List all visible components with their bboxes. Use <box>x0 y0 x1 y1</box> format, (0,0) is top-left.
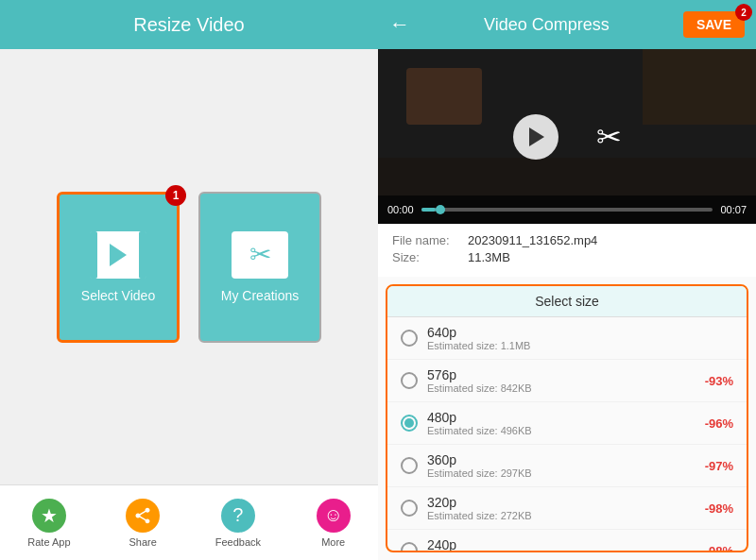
nav-more[interactable]: ☺ More <box>317 499 351 548</box>
file-name-row: File name: 20230911_131652.mp4 <box>392 233 742 247</box>
file-size-value: 11.3MB <box>468 250 510 264</box>
radio-640p <box>401 330 418 347</box>
play-button[interactable] <box>513 114 558 160</box>
radio-576p <box>401 372 418 389</box>
nav-feedback[interactable]: ? Feedback <box>215 499 261 548</box>
size-info-576p: 576pEstimated size: 842KB <box>427 367 705 394</box>
right-panel: ← Video Compress SAVE 2 ✂ 00:00 00:07 <box>378 0 756 560</box>
size-percent-320p: -98% <box>705 501 733 516</box>
progress-bar[interactable] <box>421 208 713 212</box>
size-name-576p: 576p <box>427 367 705 382</box>
feedback-icon: ? <box>221 499 255 533</box>
size-percent-360p: -97% <box>705 459 733 473</box>
size-options-list: 640pEstimated size: 1.1MB576pEstimated s… <box>387 317 747 552</box>
file-name-label: File name: <box>392 233 468 247</box>
left-content: 1 Select Video ✂ My Creations <box>0 49 378 484</box>
size-percent-480p: -96% <box>705 416 733 431</box>
file-size-row: Size: 11.3MB <box>392 250 742 264</box>
film-icon <box>90 231 146 279</box>
bottom-nav: ★ Rate App Share ? Feedback ☺ More <box>0 484 378 560</box>
size-est-360p: Estimated size: 297KB <box>427 467 705 479</box>
rate-app-icon: ★ <box>32 499 66 533</box>
size-info-640p: 640pEstimated size: 1.1MB <box>427 325 733 351</box>
more-label: More <box>321 536 345 548</box>
size-name-360p: 360p <box>427 452 705 467</box>
radio-240p <box>401 542 418 552</box>
nav-rate-app[interactable]: ★ Rate App <box>27 499 70 548</box>
video-timeline: 00:00 00:07 <box>378 195 756 224</box>
file-size-label: Size: <box>392 250 468 264</box>
size-name-640p: 640p <box>427 325 733 340</box>
video-preview: ✂ 00:00 00:07 <box>378 49 756 224</box>
select-size-panel: Select size 640pEstimated size: 1.1MB576… <box>386 284 748 552</box>
nav-share[interactable]: Share <box>126 499 160 548</box>
size-name-480p: 480p <box>427 410 705 425</box>
save-button[interactable]: SAVE 2 <box>683 11 745 38</box>
size-option-360p[interactable]: 360pEstimated size: 297KB-97% <box>387 445 747 487</box>
scissors-icon[interactable]: ✂ <box>596 119 622 155</box>
progress-dot <box>436 205 445 214</box>
file-name-value: 20230911_131652.mp4 <box>468 233 597 247</box>
size-option-576p[interactable]: 576pEstimated size: 842KB-93% <box>387 360 747 402</box>
my-creations-card[interactable]: ✂ My Creations <box>198 192 321 343</box>
size-info-240p: 240pEstimated size: 247KB <box>427 537 705 552</box>
select-size-header: Select size <box>387 286 747 317</box>
select-video-label: Select Video <box>81 288 155 303</box>
play-icon <box>529 127 544 146</box>
share-icon <box>126 499 160 533</box>
left-header: Resize Video <box>0 0 378 49</box>
file-info: File name: 20230911_131652.mp4 Size: 11.… <box>378 224 756 277</box>
size-name-320p: 320p <box>427 495 705 510</box>
progress-fill <box>421 208 436 212</box>
size-est-480p: Estimated size: 496KB <box>427 425 705 436</box>
my-creations-label: My Creations <box>221 288 299 303</box>
time-end: 00:07 <box>720 204 747 215</box>
size-est-320p: Estimated size: 272KB <box>427 510 705 521</box>
feedback-label: Feedback <box>215 536 261 548</box>
size-option-480p[interactable]: 480pEstimated size: 496KB-96% <box>387 402 747 445</box>
time-start: 00:00 <box>387 204 414 215</box>
size-option-240p[interactable]: 240pEstimated size: 247KB-98% <box>387 530 747 552</box>
select-video-badge: 1 <box>165 185 186 206</box>
radio-360p <box>401 457 418 474</box>
size-est-576p: Estimated size: 842KB <box>427 382 705 394</box>
size-name-240p: 240p <box>427 537 705 552</box>
share-label: Share <box>129 536 156 548</box>
select-video-card[interactable]: 1 Select Video <box>57 192 180 343</box>
back-button[interactable]: ← <box>389 12 410 37</box>
size-option-640p[interactable]: 640pEstimated size: 1.1MB <box>387 317 747 360</box>
size-percent-576p: -93% <box>705 374 733 388</box>
size-info-320p: 320pEstimated size: 272KB <box>427 495 705 521</box>
edit-icon: ✂ <box>232 231 288 279</box>
radio-480p <box>401 415 418 432</box>
right-header: ← Video Compress SAVE 2 <box>378 0 756 49</box>
more-icon: ☺ <box>317 499 351 533</box>
radio-320p <box>401 500 418 517</box>
save-badge: 2 <box>735 4 752 21</box>
right-panel-title: Video Compress <box>420 15 674 35</box>
left-panel-title: Resize Video <box>133 14 244 36</box>
size-option-320p[interactable]: 320pEstimated size: 272KB-98% <box>387 487 747 530</box>
size-percent-240p: -98% <box>705 544 733 553</box>
rate-app-label: Rate App <box>27 536 70 548</box>
size-est-640p: Estimated size: 1.1MB <box>427 340 733 351</box>
left-panel: Resize Video 1 Select Video ✂ My Creatio… <box>0 0 378 560</box>
size-info-480p: 480pEstimated size: 496KB <box>427 410 705 436</box>
size-info-360p: 360pEstimated size: 297KB <box>427 452 705 479</box>
